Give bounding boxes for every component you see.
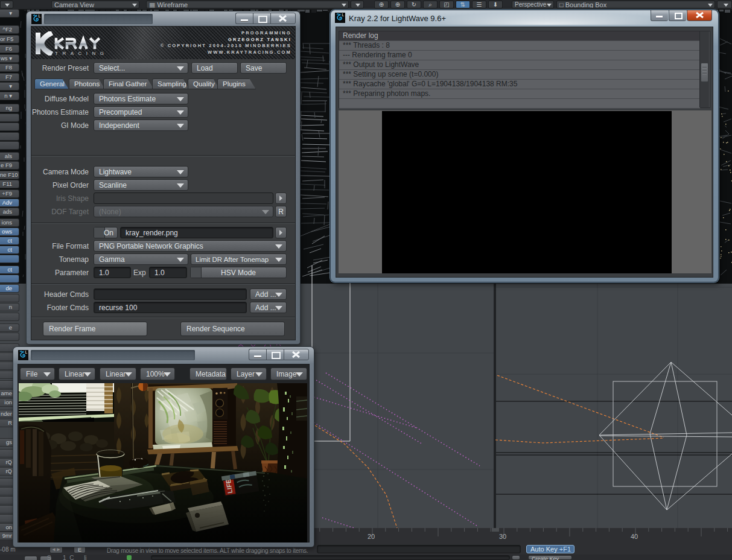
svg-text:L: L <box>342 13 345 17</box>
svg-text:TRACING: TRACING <box>55 51 109 56</box>
svg-text:L: L <box>39 14 41 18</box>
svg-text:L: L <box>25 350 28 354</box>
